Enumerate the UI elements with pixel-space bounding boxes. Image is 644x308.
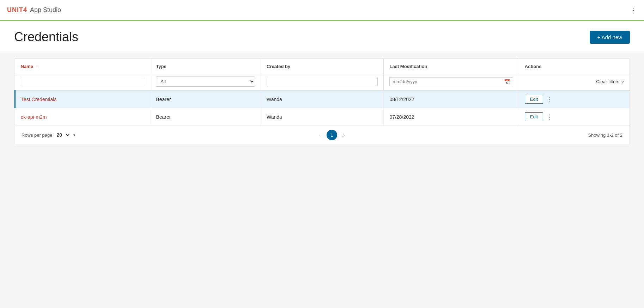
credentials-table: Name ↑ Type Created by Last Modification… bbox=[14, 59, 630, 126]
page-title: Credentials bbox=[14, 30, 78, 44]
more-options-icon-1[interactable]: ⋮ bbox=[547, 113, 553, 121]
filter-cell-actions: Clear filters ▿ bbox=[519, 74, 630, 91]
pagination-controls: ‹ 1 › bbox=[315, 130, 349, 140]
col-header-actions: Actions bbox=[519, 59, 630, 74]
rows-per-page-label: Rows per page bbox=[22, 133, 52, 138]
topbar-menu-icon[interactable]: ⋮ bbox=[630, 6, 637, 14]
col-header-name[interactable]: Name ↑ bbox=[15, 59, 150, 74]
col-header-type: Type bbox=[150, 59, 261, 74]
filter-cell-type: All Bearer Basic OAuth bbox=[150, 74, 261, 91]
showing-text: Showing 1-2 of 2 bbox=[588, 133, 622, 138]
calendar-icon[interactable]: 📅 bbox=[504, 79, 510, 85]
rows-per-page-section: Rows per page 20 50 100 ▾ bbox=[22, 132, 75, 138]
col-header-last-modification: Last Modification bbox=[384, 59, 519, 74]
page-header: Credentials + Add new bbox=[0, 21, 644, 51]
table-row[interactable]: Test CredentialsBearerWanda08/12/2022 Ed… bbox=[15, 91, 630, 108]
more-options-icon-0[interactable]: ⋮ bbox=[547, 96, 553, 103]
cell-type: Bearer bbox=[150, 108, 261, 126]
next-page-button[interactable]: › bbox=[339, 130, 349, 140]
edit-button-0[interactable]: Edit bbox=[525, 95, 543, 104]
filter-created-by-input[interactable] bbox=[267, 77, 378, 86]
sort-asc-icon: ↑ bbox=[36, 64, 38, 69]
table-body: Test CredentialsBearerWanda08/12/2022 Ed… bbox=[15, 91, 630, 126]
prev-page-button[interactable]: ‹ bbox=[315, 130, 325, 140]
cell-last-modification: 07/28/2022 bbox=[384, 108, 519, 126]
date-filter-wrapper: 📅 bbox=[389, 77, 513, 86]
credentials-table-container: Name ↑ Type Created by Last Modification… bbox=[14, 58, 630, 144]
app-logo: UNIT4 App Studio bbox=[7, 6, 61, 14]
page-1-button[interactable]: 1 bbox=[327, 130, 337, 140]
cell-type: Bearer bbox=[150, 91, 261, 108]
clear-filters-button[interactable]: Clear filters bbox=[596, 79, 619, 84]
table-row[interactable]: ek-api-m2mBearerWanda07/28/2022 Edit ⋮ bbox=[15, 108, 630, 126]
pagination-footer: Rows per page 20 50 100 ▾ ‹ 1 › Showing … bbox=[14, 126, 630, 144]
cell-actions: Edit ⋮ bbox=[519, 91, 630, 108]
filter-name-input[interactable] bbox=[21, 77, 145, 86]
filter-type-select[interactable]: All Bearer Basic OAuth bbox=[156, 76, 255, 87]
cell-name: ek-api-m2m bbox=[15, 108, 150, 126]
filter-cell-name bbox=[15, 74, 150, 91]
filter-row: All Bearer Basic OAuth 📅 bbox=[15, 74, 630, 91]
appstudio-logo-text: App Studio bbox=[30, 6, 61, 14]
cell-last-modification: 08/12/2022 bbox=[384, 91, 519, 108]
main-content: Name ↑ Type Created by Last Modification… bbox=[0, 51, 644, 151]
table-header-row: Name ↑ Type Created by Last Modification… bbox=[15, 59, 630, 74]
filter-cell-created-by bbox=[261, 74, 384, 91]
filter-funnel-icon: ▿ bbox=[621, 79, 624, 85]
cell-created-by: Wanda bbox=[261, 91, 384, 108]
cell-created-by: Wanda bbox=[261, 108, 384, 126]
chevron-down-icon: ▾ bbox=[73, 133, 75, 137]
cell-name: Test Credentials bbox=[15, 91, 150, 108]
clear-filters-cell: Clear filters ▿ bbox=[525, 79, 624, 85]
unit4-logo-text: UNIT4 bbox=[7, 6, 27, 14]
col-header-created-by: Created by bbox=[261, 59, 384, 74]
edit-button-1[interactable]: Edit bbox=[525, 112, 543, 121]
cell-actions: Edit ⋮ bbox=[519, 108, 630, 126]
filter-date-input[interactable] bbox=[393, 79, 502, 84]
rows-per-page-select[interactable]: 20 50 100 bbox=[55, 132, 71, 138]
topbar: UNIT4 App Studio ⋮ bbox=[0, 0, 644, 21]
filter-cell-date: 📅 bbox=[384, 74, 519, 91]
add-new-button[interactable]: + Add new bbox=[590, 31, 630, 44]
